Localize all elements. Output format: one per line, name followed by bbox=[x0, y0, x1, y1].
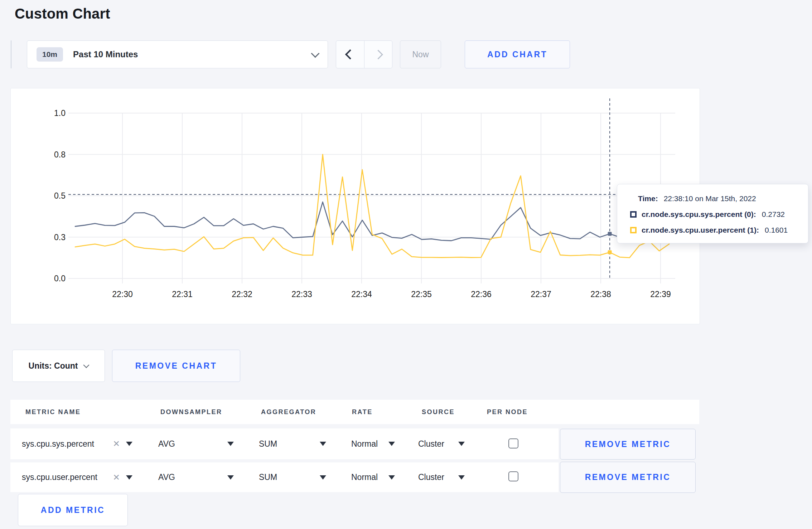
metric-row: sys.cpu.user.percent ✕ AVG SUM Normal Cl… bbox=[10, 462, 559, 492]
toolbar-left-rule bbox=[11, 40, 11, 68]
tooltip-time-value: 22:38:10 on Mar 15th, 2022 bbox=[664, 194, 756, 203]
col-header-aggregator: AGGREGATOR bbox=[261, 400, 316, 424]
metric-name-dropdown-caret[interactable] bbox=[126, 428, 132, 459]
metric-name-value: sys.cpu.user.percent bbox=[22, 462, 97, 492]
tooltip-series-row: cr.node.sys.cpu.user.percent (1): 0.1601 bbox=[617, 222, 808, 238]
caret-down-icon bbox=[227, 475, 234, 480]
chevron-right-icon bbox=[373, 50, 383, 59]
series-line-1 bbox=[75, 155, 669, 258]
time-range-badge: 10m bbox=[37, 47, 63, 62]
x-axis-label: 22:30 bbox=[112, 290, 133, 299]
x-axis-label: 22:37 bbox=[531, 290, 551, 299]
tooltip-series-row: cr.node.sys.cpu.sys.percent (0): 0.2732 bbox=[617, 207, 808, 222]
source-select[interactable]: Cluster bbox=[418, 462, 444, 492]
x-axis-label: 22:36 bbox=[471, 290, 492, 299]
downsampler-caret[interactable] bbox=[227, 428, 234, 459]
y-axis-label: 0.0 bbox=[54, 274, 66, 283]
rate-caret[interactable] bbox=[388, 462, 395, 492]
rate-select[interactable]: Normal bbox=[351, 428, 378, 459]
col-header-source: SOURCE bbox=[422, 400, 455, 424]
caret-down-icon bbox=[388, 475, 395, 480]
user-series-swatch-icon bbox=[630, 227, 637, 233]
x-axis-label: 22:39 bbox=[650, 290, 671, 299]
downsampler-select[interactable]: AVG bbox=[158, 462, 175, 492]
metric-name-value: sys.cpu.sys.percent bbox=[22, 428, 94, 459]
rate-caret[interactable] bbox=[388, 428, 395, 459]
y-axis-label: 0.5 bbox=[54, 191, 66, 200]
caret-down-icon bbox=[458, 475, 465, 480]
now-button[interactable]: Now bbox=[400, 40, 441, 68]
caret-down-icon bbox=[126, 442, 132, 446]
chevron-down-icon bbox=[83, 362, 90, 368]
per-node-checkbox[interactable] bbox=[508, 471, 518, 481]
remove-metric-button[interactable]: REMOVE METRIC bbox=[560, 462, 696, 493]
tooltip-series-value: 0.1601 bbox=[765, 226, 788, 234]
add-chart-button[interactable]: ADD CHART bbox=[465, 40, 570, 68]
caret-down-icon bbox=[126, 475, 132, 480]
page-title: Custom Chart bbox=[15, 6, 110, 22]
tooltip-series-label: cr.node.sys.cpu.sys.percent (0): bbox=[642, 210, 756, 219]
tooltip-series-value: 0.2732 bbox=[762, 210, 785, 219]
time-range-dropdown[interactable]: 10m Past 10 Minutes bbox=[27, 40, 328, 68]
chevron-down-icon bbox=[311, 49, 319, 58]
x-axis-label: 22:38 bbox=[590, 290, 611, 299]
custom-chart-page: { "page": { "title": "Custom Chart" }, "… bbox=[0, 0, 812, 529]
chart-panel: 0.00.30.50.81.022:3022:3122:3222:3322:34… bbox=[10, 88, 700, 324]
time-nav-group bbox=[336, 40, 392, 68]
per-node-checkbox[interactable] bbox=[508, 438, 518, 448]
time-forward-button[interactable] bbox=[364, 41, 392, 68]
y-axis-label: 0.3 bbox=[54, 233, 66, 242]
source-caret[interactable] bbox=[458, 428, 465, 459]
y-axis-label: 1.0 bbox=[54, 108, 66, 118]
tooltip-series-label: cr.node.sys.cpu.user.percent (1): bbox=[642, 226, 759, 234]
time-back-button[interactable] bbox=[336, 41, 364, 68]
col-header-metric-name: METRIC NAME bbox=[25, 400, 81, 424]
aggregator-caret[interactable] bbox=[320, 462, 326, 492]
col-header-rate: RATE bbox=[352, 400, 373, 424]
source-caret[interactable] bbox=[458, 462, 465, 492]
units-dropdown[interactable]: Units: Count bbox=[12, 350, 105, 382]
x-axis-label: 22:35 bbox=[411, 290, 432, 299]
aggregator-caret[interactable] bbox=[320, 428, 326, 459]
x-axis-label: 22:32 bbox=[232, 290, 252, 299]
caret-down-icon bbox=[320, 475, 326, 480]
caret-down-icon bbox=[388, 442, 395, 446]
aggregator-select[interactable]: SUM bbox=[259, 462, 277, 492]
chevron-left-icon bbox=[345, 49, 355, 59]
clear-metric-icon[interactable]: ✕ bbox=[113, 428, 120, 459]
x-axis-label: 22:33 bbox=[291, 290, 312, 299]
metrics-table-header: METRIC NAME DOWNSAMPLER AGGREGATOR RATE … bbox=[10, 400, 699, 424]
caret-down-icon bbox=[320, 442, 326, 446]
x-axis-label: 22:31 bbox=[172, 290, 193, 299]
rate-select[interactable]: Normal bbox=[351, 462, 378, 492]
y-axis-label: 0.8 bbox=[54, 150, 66, 159]
tooltip-time-label: Time: bbox=[638, 194, 658, 203]
remove-metric-button[interactable]: REMOVE METRIC bbox=[560, 429, 696, 460]
chart-tooltip: Time: 22:38:10 on Mar 15th, 2022 cr.node… bbox=[617, 184, 808, 243]
col-header-per-node: PER NODE bbox=[487, 400, 528, 424]
col-header-downsampler: DOWNSAMPLER bbox=[160, 400, 222, 424]
sys-series-swatch-icon bbox=[630, 211, 637, 218]
chart-svg[interactable]: 0.00.30.50.81.022:3022:3122:3222:3322:34… bbox=[11, 88, 700, 324]
downsampler-select[interactable]: AVG bbox=[158, 428, 175, 459]
remove-chart-button[interactable]: REMOVE CHART bbox=[112, 350, 240, 382]
source-select[interactable]: Cluster bbox=[418, 428, 444, 459]
caret-down-icon bbox=[227, 442, 234, 446]
aggregator-select[interactable]: SUM bbox=[259, 428, 277, 459]
time-range-label: Past 10 Minutes bbox=[73, 49, 138, 59]
caret-down-icon bbox=[458, 442, 465, 446]
units-label: Units: Count bbox=[29, 361, 78, 371]
downsampler-caret[interactable] bbox=[227, 462, 234, 492]
clear-metric-icon[interactable]: ✕ bbox=[113, 462, 120, 492]
hover-dot-0 bbox=[608, 232, 612, 236]
metric-row: sys.cpu.sys.percent ✕ AVG SUM Normal Clu… bbox=[10, 428, 559, 459]
metric-name-dropdown-caret[interactable] bbox=[126, 462, 132, 492]
tooltip-time-row: Time: 22:38:10 on Mar 15th, 2022 bbox=[617, 191, 808, 207]
hover-dot-1 bbox=[608, 250, 612, 254]
x-axis-label: 22:34 bbox=[351, 290, 372, 299]
add-metric-button[interactable]: ADD METRIC bbox=[18, 494, 128, 526]
